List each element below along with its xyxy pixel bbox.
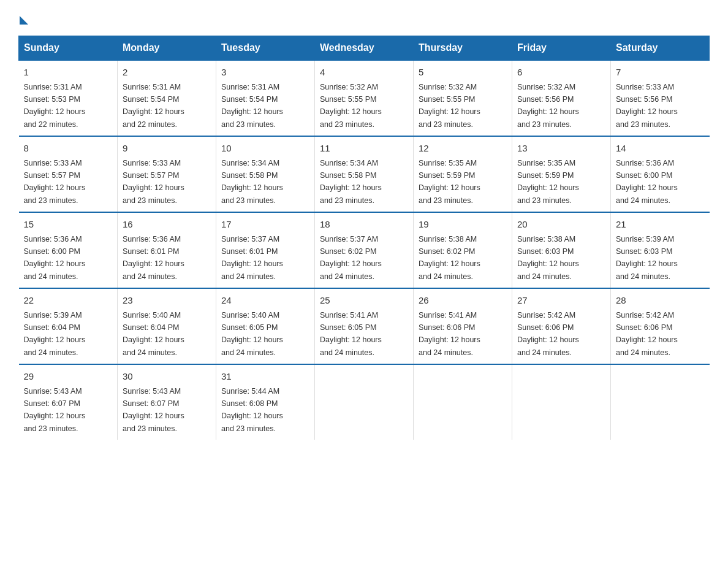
calendar-week-row: 29Sunrise: 5:43 AMSunset: 6:07 PMDayligh… [19,364,710,440]
logo-triangle-icon [20,16,28,25]
calendar-cell: 22Sunrise: 5:39 AMSunset: 6:04 PMDayligh… [19,288,118,364]
day-number: 9 [123,142,211,156]
day-info: Sunrise: 5:33 AMSunset: 5:57 PMDaylight:… [24,159,86,205]
day-number: 18 [320,218,408,232]
day-number: 3 [221,66,309,80]
calendar-cell: 27Sunrise: 5:42 AMSunset: 6:06 PMDayligh… [512,288,611,364]
header-monday: Monday [118,36,216,61]
day-number: 1 [24,66,113,80]
day-info: Sunrise: 5:44 AMSunset: 6:08 PMDaylight:… [221,387,283,433]
day-info: Sunrise: 5:39 AMSunset: 6:04 PMDaylight:… [24,311,86,357]
calendar-cell [414,364,512,440]
day-info: Sunrise: 5:41 AMSunset: 6:05 PMDaylight:… [320,311,382,357]
day-info: Sunrise: 5:40 AMSunset: 6:04 PMDaylight:… [123,311,184,357]
calendar-cell: 17Sunrise: 5:37 AMSunset: 6:01 PMDayligh… [216,212,315,288]
day-number: 31 [221,370,309,384]
calendar-cell: 8Sunrise: 5:33 AMSunset: 5:57 PMDaylight… [19,136,118,212]
calendar-week-row: 8Sunrise: 5:33 AMSunset: 5:57 PMDaylight… [19,136,710,212]
calendar-cell: 12Sunrise: 5:35 AMSunset: 5:59 PMDayligh… [414,136,512,212]
day-info: Sunrise: 5:43 AMSunset: 6:07 PMDaylight:… [123,387,184,433]
calendar-week-row: 22Sunrise: 5:39 AMSunset: 6:04 PMDayligh… [19,288,710,364]
header-tuesday: Tuesday [216,36,315,61]
day-info: Sunrise: 5:31 AMSunset: 5:53 PMDaylight:… [24,83,86,129]
day-info: Sunrise: 5:32 AMSunset: 5:55 PMDaylight:… [320,83,382,129]
calendar-cell: 15Sunrise: 5:36 AMSunset: 6:00 PMDayligh… [19,212,118,288]
day-number: 10 [221,142,309,156]
day-info: Sunrise: 5:33 AMSunset: 5:56 PMDaylight:… [616,83,678,129]
calendar-cell: 18Sunrise: 5:37 AMSunset: 6:02 PMDayligh… [315,212,414,288]
page-header [18,12,710,23]
day-info: Sunrise: 5:34 AMSunset: 5:58 PMDaylight:… [221,159,283,205]
day-info: Sunrise: 5:36 AMSunset: 6:01 PMDaylight:… [123,235,184,281]
day-info: Sunrise: 5:33 AMSunset: 5:57 PMDaylight:… [123,159,184,205]
day-number: 27 [517,294,605,308]
calendar-cell [512,364,611,440]
day-info: Sunrise: 5:39 AMSunset: 6:03 PMDaylight:… [616,235,678,281]
calendar-cell: 4Sunrise: 5:32 AMSunset: 5:55 PMDaylight… [315,60,414,136]
day-info: Sunrise: 5:37 AMSunset: 6:01 PMDaylight:… [221,235,283,281]
header-wednesday: Wednesday [315,36,414,61]
day-number: 11 [320,142,408,156]
day-info: Sunrise: 5:37 AMSunset: 6:02 PMDaylight:… [320,235,382,281]
day-info: Sunrise: 5:36 AMSunset: 6:00 PMDaylight:… [24,235,86,281]
day-number: 30 [123,370,211,384]
day-number: 13 [517,142,605,156]
calendar-cell: 7Sunrise: 5:33 AMSunset: 5:56 PMDaylight… [611,60,710,136]
calendar-cell: 9Sunrise: 5:33 AMSunset: 5:57 PMDaylight… [118,136,216,212]
day-number: 4 [320,66,408,80]
day-info: Sunrise: 5:34 AMSunset: 5:58 PMDaylight:… [320,159,382,205]
calendar-cell: 19Sunrise: 5:38 AMSunset: 6:02 PMDayligh… [414,212,512,288]
calendar-cell: 30Sunrise: 5:43 AMSunset: 6:07 PMDayligh… [118,364,216,440]
calendar-cell: 5Sunrise: 5:32 AMSunset: 5:55 PMDaylight… [414,60,512,136]
day-info: Sunrise: 5:31 AMSunset: 5:54 PMDaylight:… [221,83,283,129]
day-info: Sunrise: 5:32 AMSunset: 5:56 PMDaylight:… [517,83,579,129]
day-number: 2 [123,66,211,80]
day-number: 23 [123,294,211,308]
logo [18,12,28,23]
calendar-week-row: 1Sunrise: 5:31 AMSunset: 5:53 PMDaylight… [19,60,710,136]
day-number: 19 [419,218,507,232]
calendar-cell: 1Sunrise: 5:31 AMSunset: 5:53 PMDaylight… [19,60,118,136]
day-number: 29 [24,370,113,384]
calendar-cell: 29Sunrise: 5:43 AMSunset: 6:07 PMDayligh… [19,364,118,440]
header-friday: Friday [512,36,611,61]
calendar-cell [611,364,710,440]
calendar-cell: 21Sunrise: 5:39 AMSunset: 6:03 PMDayligh… [611,212,710,288]
calendar-cell: 16Sunrise: 5:36 AMSunset: 6:01 PMDayligh… [118,212,216,288]
calendar-cell: 3Sunrise: 5:31 AMSunset: 5:54 PMDaylight… [216,60,315,136]
day-info: Sunrise: 5:42 AMSunset: 6:06 PMDaylight:… [517,311,579,357]
calendar-cell: 25Sunrise: 5:41 AMSunset: 6:05 PMDayligh… [315,288,414,364]
calendar-cell: 10Sunrise: 5:34 AMSunset: 5:58 PMDayligh… [216,136,315,212]
calendar-cell: 13Sunrise: 5:35 AMSunset: 5:59 PMDayligh… [512,136,611,212]
day-number: 8 [24,142,113,156]
day-number: 16 [123,218,211,232]
calendar-cell: 31Sunrise: 5:44 AMSunset: 6:08 PMDayligh… [216,364,315,440]
header-saturday: Saturday [611,36,710,61]
day-info: Sunrise: 5:36 AMSunset: 6:00 PMDaylight:… [616,159,678,205]
day-info: Sunrise: 5:32 AMSunset: 5:55 PMDaylight:… [419,83,480,129]
calendar-cell: 20Sunrise: 5:38 AMSunset: 6:03 PMDayligh… [512,212,611,288]
day-number: 15 [24,218,113,232]
day-number: 12 [419,142,507,156]
day-number: 25 [320,294,408,308]
day-number: 26 [419,294,507,308]
day-info: Sunrise: 5:38 AMSunset: 6:02 PMDaylight:… [419,235,480,281]
calendar-cell: 2Sunrise: 5:31 AMSunset: 5:54 PMDaylight… [118,60,216,136]
calendar-cell: 23Sunrise: 5:40 AMSunset: 6:04 PMDayligh… [118,288,216,364]
calendar-cell [315,364,414,440]
day-number: 22 [24,294,113,308]
day-info: Sunrise: 5:35 AMSunset: 5:59 PMDaylight:… [517,159,579,205]
header-sunday: Sunday [19,36,118,61]
day-info: Sunrise: 5:31 AMSunset: 5:54 PMDaylight:… [123,83,184,129]
calendar-cell: 14Sunrise: 5:36 AMSunset: 6:00 PMDayligh… [611,136,710,212]
day-number: 20 [517,218,605,232]
day-number: 24 [221,294,309,308]
day-info: Sunrise: 5:40 AMSunset: 6:05 PMDaylight:… [221,311,283,357]
day-number: 14 [616,142,705,156]
day-info: Sunrise: 5:38 AMSunset: 6:03 PMDaylight:… [517,235,579,281]
calendar-week-row: 15Sunrise: 5:36 AMSunset: 6:00 PMDayligh… [19,212,710,288]
calendar-cell: 11Sunrise: 5:34 AMSunset: 5:58 PMDayligh… [315,136,414,212]
calendar-cell: 24Sunrise: 5:40 AMSunset: 6:05 PMDayligh… [216,288,315,364]
day-info: Sunrise: 5:42 AMSunset: 6:06 PMDaylight:… [616,311,678,357]
calendar-cell: 6Sunrise: 5:32 AMSunset: 5:56 PMDaylight… [512,60,611,136]
